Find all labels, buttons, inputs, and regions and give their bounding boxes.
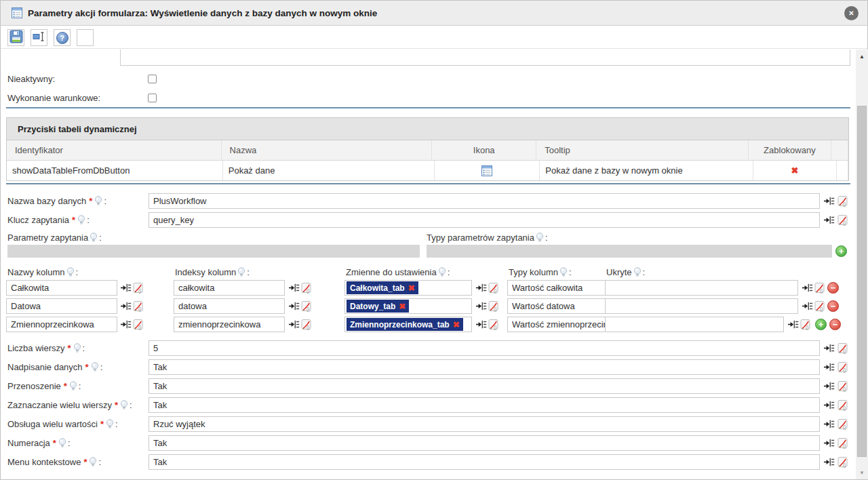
formula-editor-icon[interactable]: {} — [837, 342, 848, 354]
column-name-input-1[interactable] — [6, 298, 117, 314]
insert-variable-icon[interactable] — [823, 214, 835, 226]
insert-variable-icon[interactable] — [823, 418, 835, 430]
formula-editor-icon[interactable]: {} — [837, 361, 848, 373]
context-menu-label: Menu kontekstowe*: — [7, 457, 101, 468]
formula-editor-icon[interactable]: {} — [132, 319, 144, 330]
rename-button[interactable] — [31, 29, 47, 46]
formula-editor-icon[interactable]: {} — [800, 319, 811, 330]
column-index-input-1[interactable] — [174, 298, 285, 314]
transfer-label: Przenoszenie*: — [7, 381, 81, 392]
transfer-input[interactable] — [149, 378, 820, 394]
insert-variable-icon[interactable] — [120, 319, 132, 330]
formula-editor-icon[interactable]: {} — [837, 418, 848, 430]
query-key-input[interactable] — [149, 212, 820, 228]
hint-bulb-icon — [77, 215, 85, 227]
insert-variable-icon[interactable] — [787, 319, 799, 330]
insert-variable-icon[interactable] — [288, 300, 300, 312]
remove-tag-icon[interactable]: ✖ — [453, 320, 460, 329]
insert-variable-icon[interactable] — [802, 300, 813, 312]
formula-editor-icon[interactable]: {} — [837, 214, 848, 226]
formula-editor-icon[interactable]: {} — [837, 195, 848, 207]
variable-tag: Zmiennoprzecinkowa_tab✖ — [347, 318, 463, 331]
formula-editor-icon[interactable]: {} — [837, 380, 848, 392]
column-index-input-2[interactable] — [174, 317, 285, 332]
multi-select-label: Zaznaczanie wielu wierszy*: — [7, 400, 132, 411]
variable-tag: Całkowita_tab✖ — [347, 281, 418, 294]
column-name-input-2[interactable] — [6, 317, 117, 332]
cell-icon — [435, 161, 540, 180]
remove-tag-icon[interactable]: ✖ — [408, 283, 415, 293]
numbering-input[interactable] — [149, 435, 820, 451]
conditional-execution-checkbox[interactable] — [148, 94, 157, 102]
vertical-scrollbar[interactable]: ▲ ▼ — [856, 49, 868, 479]
formula-editor-icon[interactable]: {} — [488, 300, 499, 312]
add-row-button[interactable]: + — [815, 319, 827, 330]
delete-button[interactable] — [77, 29, 94, 46]
insert-variable-icon[interactable] — [475, 282, 487, 294]
insert-variable-icon[interactable] — [823, 437, 835, 449]
formula-editor-icon[interactable]: {} — [300, 319, 312, 330]
insert-variable-icon[interactable] — [823, 380, 835, 392]
add-param-button[interactable]: + — [835, 245, 847, 257]
hint-bulb-icon — [559, 267, 568, 279]
insert-variable-icon[interactable] — [823, 361, 835, 373]
hidden-input-0[interactable] — [605, 280, 798, 296]
overwrite-data-input[interactable] — [149, 359, 820, 375]
remove-row-button[interactable]: − — [827, 300, 839, 312]
formula-editor-icon[interactable]: {} — [132, 282, 144, 294]
formula-editor-icon[interactable]: {} — [132, 300, 144, 312]
column-index-input-0[interactable] — [174, 280, 285, 296]
inactive-checkbox[interactable] — [148, 75, 157, 83]
col-header-icon: Ikona — [432, 140, 536, 160]
remove-row-button[interactable]: − — [829, 319, 841, 330]
formula-editor-icon[interactable]: {} — [300, 300, 312, 312]
insert-variable-icon[interactable] — [475, 319, 487, 330]
hidden-input-1[interactable] — [605, 298, 798, 314]
close-button[interactable]: ✕ — [844, 6, 859, 20]
multi-select-input[interactable] — [149, 397, 820, 413]
variable-tag-field-2[interactable]: Zmiennoprzecinkowa_tab✖ — [344, 317, 472, 332]
formula-editor-icon[interactable]: {} — [300, 282, 312, 294]
cutoff-field[interactable] — [120, 49, 850, 66]
insert-variable-icon[interactable] — [823, 195, 835, 207]
variable-tag-field-0[interactable]: Całkowita_tab✖ — [344, 280, 472, 296]
help-button[interactable]: ? — [54, 29, 71, 46]
save-button[interactable] — [7, 29, 24, 46]
column-types-label: Typy kolumn: — [509, 267, 572, 278]
formula-editor-icon[interactable]: {} — [488, 319, 499, 330]
insert-variable-icon[interactable] — [823, 399, 835, 411]
formula-editor-icon[interactable]: {} — [814, 282, 825, 294]
formula-editor-icon[interactable]: {} — [837, 399, 848, 411]
scroll-up-icon[interactable]: ▲ — [856, 51, 868, 62]
row-count-input[interactable] — [149, 340, 820, 356]
db-name-input[interactable] — [149, 193, 820, 209]
formula-editor-icon[interactable]: {} — [814, 300, 825, 312]
hidden-label: Ukryte: — [606, 267, 645, 278]
insert-variable-icon[interactable] — [823, 456, 835, 468]
insert-variable-icon[interactable] — [823, 342, 835, 354]
locked-x-icon[interactable]: ✖ — [791, 165, 799, 176]
formula-editor-icon[interactable]: {} — [837, 437, 848, 449]
variable-tag-field-1[interactable]: Datowy_tab✖ — [344, 298, 472, 314]
col-header-name: Nazwa — [222, 140, 433, 160]
query-params-input-disabled — [7, 245, 420, 258]
remove-tag-icon[interactable]: ✖ — [399, 302, 406, 311]
insert-variable-icon[interactable] — [802, 282, 813, 294]
formula-editor-icon[interactable]: {} — [488, 282, 499, 294]
insert-variable-icon[interactable] — [288, 282, 300, 294]
multi-value-handling-input[interactable] — [149, 416, 820, 432]
insert-variable-icon[interactable] — [288, 319, 300, 330]
insert-variable-icon[interactable] — [475, 300, 487, 312]
column-name-input-0[interactable] — [6, 280, 117, 296]
column-indexes-label: Indeksy kolumn: — [175, 267, 250, 278]
insert-variable-icon[interactable] — [120, 300, 132, 312]
hidden-input-2[interactable] — [605, 317, 784, 332]
table-row[interactable]: showDataTableFromDbButton Pokaż dane Pok… — [7, 161, 848, 180]
context-menu-input[interactable] — [149, 454, 820, 470]
overwrite-data-label: Nadpisanie danych*: — [7, 362, 102, 373]
formula-editor-icon[interactable]: {} — [837, 456, 848, 468]
insert-variable-icon[interactable] — [120, 282, 132, 294]
scrollbar-thumb[interactable] — [857, 106, 867, 457]
remove-row-button[interactable]: − — [827, 282, 839, 294]
scroll-down-icon[interactable]: ▼ — [856, 467, 868, 478]
